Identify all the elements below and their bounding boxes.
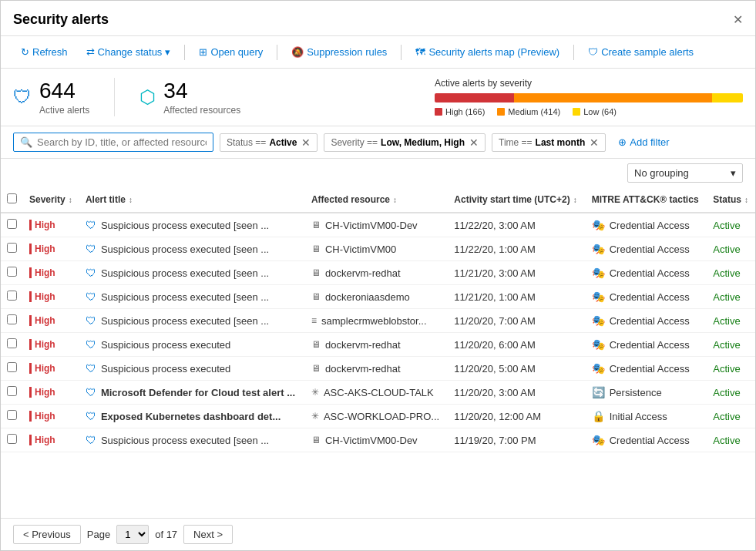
alert-title-icon: 🛡: [86, 314, 96, 327]
add-filter-button[interactable]: ⊕ Add filter: [612, 134, 675, 150]
alert-title-text: Microsoft Defender for Cloud test alert …: [101, 387, 295, 398]
row-checkbox[interactable]: [7, 314, 17, 324]
status-value: Active: [713, 244, 740, 255]
row-checkbox[interactable]: [7, 386, 17, 396]
time-cell: 11/20/20, 5:00 AM: [448, 357, 585, 381]
row-checkbox-cell: [1, 405, 23, 428]
resource-type-icon: 🖥: [311, 244, 321, 254]
severity-bar-low: [712, 93, 743, 102]
table-row[interactable]: High 🛡 Suspicious process executed [seen…: [1, 309, 755, 333]
resource-cell: 🖥 CH-VictimVM00: [305, 237, 448, 261]
time-cell: 11/20/20, 7:00 AM: [448, 309, 585, 333]
create-sample-alerts-button[interactable]: 🛡 Create sample alerts: [580, 42, 701, 62]
grouping-select[interactable]: No grouping ▾: [627, 163, 743, 183]
mitre-tactic-name: Persistence: [610, 387, 662, 398]
alert-title-cell: 🛡 Suspicious process executed [seen ...: [79, 261, 305, 285]
mitre-tactic-name: Credential Access: [610, 315, 690, 327]
status-cell: Active: [707, 333, 755, 357]
status-cell: Active: [707, 428, 755, 452]
severity-filter-chip[interactable]: Severity == Low, Medium, High ✕: [324, 133, 486, 152]
page-select[interactable]: 1: [116, 525, 149, 544]
row-checkbox[interactable]: [7, 219, 17, 229]
row-checkbox-cell: [1, 285, 23, 309]
suppression-rules-button[interactable]: 🔕 Suppression rules: [284, 42, 395, 62]
table-row[interactable]: High 🛡 Suspicious process executed [seen…: [1, 237, 755, 261]
table-row[interactable]: High 🛡 Suspicious process executed [seen…: [1, 213, 755, 237]
resource-name: CH-VictimVM00-Dev: [325, 220, 418, 231]
resource-name: samplecrmweblobstor...: [321, 315, 427, 327]
table-row[interactable]: High 🛡 Suspicious process executed [seen…: [1, 428, 755, 452]
severity-bar: [435, 93, 743, 102]
severity-indicator: High: [29, 267, 73, 278]
time-cell: 11/21/20, 3:00 AM: [448, 261, 585, 285]
time-cell: 11/20/20, 12:00 AM: [448, 405, 585, 428]
mitre-tactic-name: Credential Access: [610, 220, 690, 231]
row-checkbox[interactable]: [7, 291, 17, 301]
severity-indicator: High: [29, 411, 73, 422]
row-checkbox[interactable]: [7, 362, 17, 372]
row-checkbox[interactable]: [7, 434, 17, 444]
table-row[interactable]: High 🛡 Suspicious process executed 🖥 doc…: [1, 357, 755, 381]
medium-label: Medium (414): [508, 107, 560, 116]
status-sort-icon[interactable]: ↕: [744, 196, 748, 204]
grouping-chevron-icon: ▾: [731, 167, 736, 179]
severity-cell: High: [23, 428, 79, 452]
table-row[interactable]: High 🛡 Suspicious process executed [seen…: [1, 261, 755, 285]
grouping-bar: No grouping ▾: [1, 159, 755, 187]
previous-button[interactable]: < Previous: [13, 525, 81, 544]
time-filter-close[interactable]: ✕: [590, 136, 599, 149]
alert-title-cell: 🛡 Suspicious process executed [seen ...: [79, 285, 305, 309]
mitre-tactic-name: Credential Access: [610, 435, 690, 446]
affected-resource-header-label: Affected resource: [311, 194, 390, 205]
search-input[interactable]: [37, 136, 207, 148]
low-label: Low (64): [583, 107, 617, 116]
row-checkbox[interactable]: [7, 267, 17, 277]
status-filter-key: Status ==: [227, 137, 266, 148]
medium-dot: [497, 108, 505, 116]
table-row[interactable]: High 🛡 Suspicious process executed [seen…: [1, 285, 755, 309]
mitre-cell: 🎭 Credential Access: [586, 333, 707, 357]
mitre-tactic-icon: 🎭: [592, 434, 605, 446]
next-button[interactable]: Next >: [183, 525, 233, 544]
security-alerts-map-button[interactable]: 🗺 Security alerts map (Preview): [408, 42, 567, 62]
table-row[interactable]: High 🛡 Microsoft Defender for Cloud test…: [1, 381, 755, 405]
activity-start-sort-icon[interactable]: ↕: [573, 196, 577, 204]
severity-value: High: [35, 291, 55, 302]
time-cell: 11/20/20, 3:00 AM: [448, 381, 585, 405]
close-button[interactable]: ✕: [733, 12, 743, 27]
time-filter-chip[interactable]: Time == Last month ✕: [492, 133, 606, 152]
legend-high: High (166): [435, 107, 485, 116]
row-checkbox[interactable]: [7, 243, 17, 253]
severity-cell: High: [23, 333, 79, 357]
severity-sort-icon[interactable]: ↕: [69, 196, 72, 204]
select-all-checkbox[interactable]: [7, 193, 17, 203]
row-checkbox[interactable]: [7, 338, 17, 348]
grouping-label: No grouping: [634, 167, 689, 179]
table-row[interactable]: High 🛡 Exposed Kubernetes dashboard det.…: [1, 405, 755, 428]
status-cell: Active: [707, 213, 755, 237]
row-checkbox[interactable]: [7, 410, 17, 420]
alert-title-sort-icon[interactable]: ↕: [129, 196, 133, 204]
mitre-cell: 🔄 Persistence: [586, 381, 707, 405]
table-row[interactable]: High 🛡 Suspicious process executed 🖥 doc…: [1, 333, 755, 357]
alert-title-icon: 🛡: [86, 362, 96, 375]
high-label: High (166): [445, 107, 485, 116]
row-checkbox-cell: [1, 428, 23, 452]
low-dot: [573, 108, 580, 116]
resource-cell: 🖥 CH-VictimVM00-Dev: [305, 213, 448, 237]
status-value: Active: [713, 315, 740, 327]
alert-title-text: Suspicious process executed: [101, 363, 230, 375]
severity-filter-close[interactable]: ✕: [469, 136, 479, 149]
severity-cell: High: [23, 309, 79, 333]
high-dot: [435, 108, 442, 116]
search-box[interactable]: 🔍: [13, 133, 213, 152]
status-filter-close[interactable]: ✕: [301, 136, 311, 149]
mitre-tactic-name: Initial Access: [610, 411, 667, 422]
affected-resources-stat: ⬡ 34 Affected resources: [139, 79, 240, 116]
affected-resource-sort-icon[interactable]: ↕: [393, 196, 397, 204]
severity-indicator: High: [29, 244, 73, 254]
open-query-button[interactable]: ⊞ Open query: [191, 42, 270, 62]
status-filter-chip[interactable]: Status == Active ✕: [220, 133, 318, 152]
refresh-button[interactable]: ↻ Refresh: [13, 42, 76, 62]
change-status-button[interactable]: ⇄ Change status ▾: [79, 42, 179, 62]
